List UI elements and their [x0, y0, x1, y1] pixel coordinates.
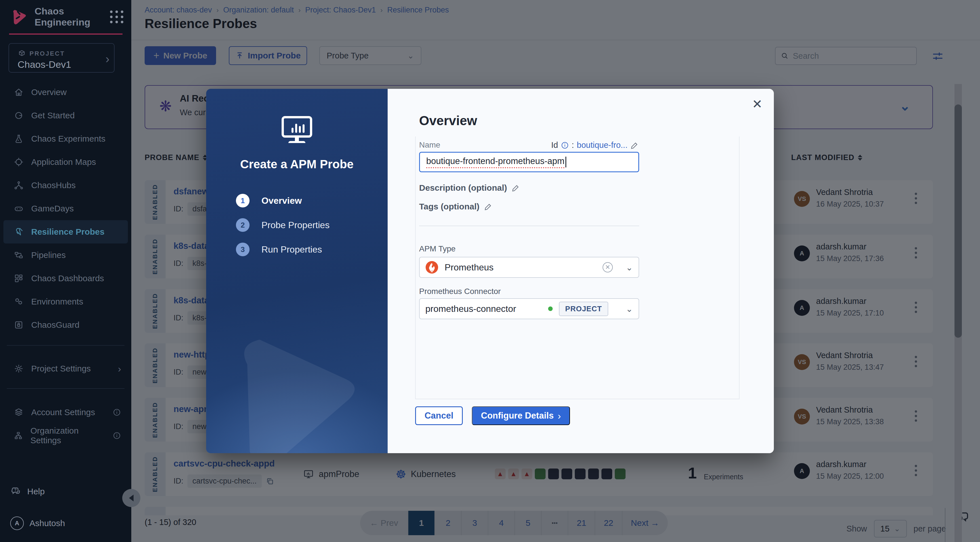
sidebar-item-resilience-probes[interactable]: Resilience Probes: [3, 220, 128, 244]
apm-type-label: APM Type: [419, 244, 456, 253]
info-icon: [113, 408, 121, 416]
edit-icon[interactable]: [630, 141, 639, 150]
sidebar-item-overview[interactable]: Overview: [3, 81, 128, 104]
edit-icon[interactable]: [484, 202, 493, 211]
app-title: Chaos Engineering: [35, 6, 110, 28]
brand-accent-line: [9, 33, 123, 35]
pipeline-icon: [14, 250, 24, 260]
sidebar-item-project-settings[interactable]: Project Settings›: [3, 357, 128, 380]
sidebar-item-chaosguard[interactable]: ChaosGuard: [3, 313, 128, 336]
brand-row: Chaos Engineering: [10, 7, 124, 27]
project-selector[interactable]: PROJECT Chaos-Dev1 ›: [8, 43, 115, 73]
wizard-panel: Create a APM Probe 1Overview 2Probe Prop…: [206, 89, 388, 453]
gear-icon: [14, 363, 24, 374]
wizard-step-overview[interactable]: 1Overview: [236, 194, 302, 207]
project-name: Chaos-Dev1: [18, 59, 71, 70]
sidebar: Chaos Engineering PROJECT Chaos-Dev1 › O…: [0, 0, 131, 542]
sidebar-item-application-maps[interactable]: Application Maps: [3, 150, 128, 174]
divider: [7, 388, 124, 389]
hub-icon: [14, 180, 24, 190]
sidebar-item-chaos-experiments[interactable]: Chaos Experiments: [3, 127, 128, 150]
sidebar-item-account-settings[interactable]: Account Settings: [3, 401, 128, 424]
divider: [419, 226, 639, 226]
gamepad-icon: [14, 204, 24, 214]
sidebar-item-chaos-dashboards[interactable]: Chaos Dashboards: [3, 267, 128, 290]
description-label: Description (optional): [419, 183, 520, 193]
sidebar-item-organization-settings[interactable]: Organization Settings: [3, 424, 128, 447]
info-icon[interactable]: [561, 141, 569, 149]
id-label: Id: [551, 140, 558, 150]
tube-icon: [14, 227, 24, 237]
info-icon: [113, 431, 121, 440]
tags-label: Tags (optional): [419, 202, 493, 211]
probe-id-row: Id : boutique-fro...: [507, 140, 639, 150]
sidebar-item-help[interactable]: ? Help: [10, 486, 45, 497]
chevron-right-icon: ›: [118, 363, 121, 374]
scope-badge: PROJECT: [559, 302, 608, 316]
name-input[interactable]: boutique-frontend-prometheus-apm: [419, 152, 639, 172]
svg-text:?: ?: [14, 488, 16, 492]
sidebar-item-chaoshubs[interactable]: ChaosHubs: [3, 174, 128, 197]
layers-icon: [14, 407, 24, 418]
connector-value: prometheus-connector: [425, 304, 516, 314]
user-menu[interactable]: A Ashutosh: [10, 516, 65, 530]
user-name: Ashutosh: [30, 518, 65, 528]
project-label: PROJECT: [30, 50, 65, 57]
apm-type-value: Prometheus: [445, 262, 494, 273]
cube-icon: [18, 49, 26, 58]
modal-heading: Overview: [419, 113, 477, 128]
flask-icon: [14, 134, 24, 144]
grid-icon: [14, 273, 24, 284]
app-switcher-icon[interactable]: [110, 11, 124, 23]
status-dot: [548, 306, 553, 311]
cancel-button[interactable]: Cancel: [415, 406, 463, 425]
connector-label: Prometheus Connector: [419, 287, 501, 296]
wizard-step-run-properties[interactable]: 3Run Properties: [236, 242, 322, 256]
configure-details-button[interactable]: Configure Details›: [472, 406, 570, 425]
wizard-title: Create a APM Probe: [206, 158, 388, 171]
wizard-step-probe-properties[interactable]: 2Probe Properties: [236, 218, 329, 232]
prometheus-icon: [425, 261, 438, 274]
target-icon: [14, 157, 24, 167]
clear-selection-icon[interactable]: ✕: [603, 262, 613, 273]
name-label: Name: [419, 140, 441, 150]
harness-logo-icon: [10, 8, 29, 26]
org-icon: [14, 430, 23, 441]
avatar: A: [10, 516, 24, 530]
sidebar-item-environments[interactable]: Environments: [3, 290, 128, 313]
chevron-right-icon: ›: [558, 410, 561, 421]
harness-watermark: [218, 320, 376, 453]
sidebar-item-gamedays[interactable]: GameDays: [3, 197, 128, 220]
create-apm-probe-modal: Create a APM Probe 1Overview 2Probe Prop…: [206, 89, 774, 453]
start-icon: [14, 110, 24, 121]
apm-type-select[interactable]: Prometheus ✕ ⌄: [419, 257, 639, 278]
divider: [7, 345, 124, 346]
connector-select[interactable]: prometheus-connector PROJECT ⌄: [419, 298, 639, 319]
guard-icon: [14, 320, 24, 330]
sidebar-collapse-button[interactable]: [122, 489, 140, 507]
sidebar-item-get-started[interactable]: Get Started: [3, 104, 128, 127]
close-icon[interactable]: ✕: [752, 98, 762, 110]
apm-monitor-icon: [281, 116, 312, 145]
edit-icon[interactable]: [512, 183, 520, 192]
hexes-icon: [14, 297, 24, 307]
probe-id-value[interactable]: boutique-fro...: [577, 140, 628, 150]
help-label: Help: [27, 487, 45, 496]
text-caret: [565, 157, 566, 167]
chevron-down-icon: ⌄: [626, 304, 633, 314]
sidebar-item-pipelines[interactable]: Pipelines: [3, 244, 128, 267]
chevron-down-icon: ⌄: [626, 263, 633, 273]
help-icon: ?: [10, 486, 22, 497]
home-icon: [14, 87, 24, 97]
chevron-right-icon: ›: [105, 52, 110, 66]
